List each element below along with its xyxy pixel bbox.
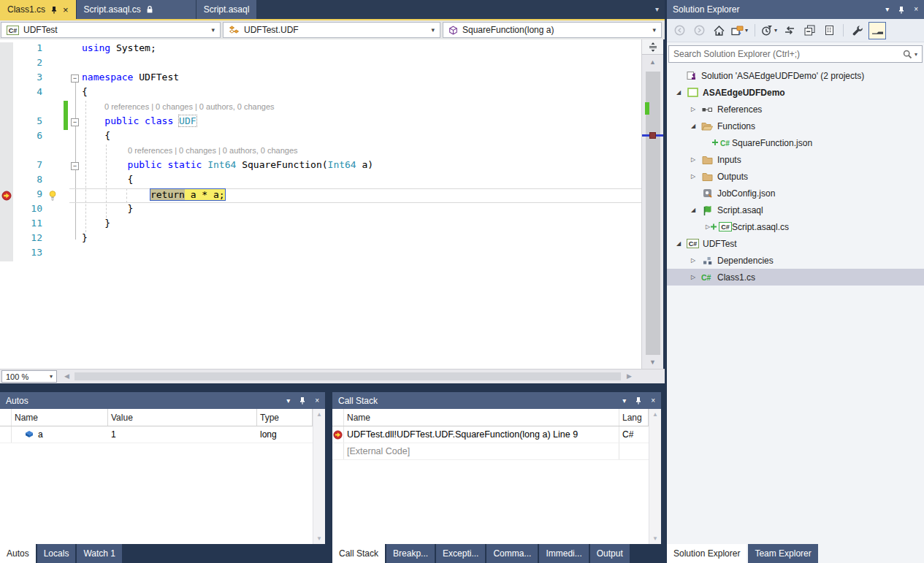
breakpoint-margin[interactable] bbox=[0, 174, 13, 188]
code-text[interactable]: using System; bbox=[82, 42, 641, 57]
forward-button[interactable] bbox=[690, 22, 708, 39]
collapse-all-button[interactable] bbox=[801, 22, 818, 39]
code-text[interactable]: public static Int64 SquareFunction(Int64… bbox=[82, 159, 641, 174]
autos-scrollbar[interactable]: ▲▼ bbox=[313, 409, 325, 544]
collapse-box[interactable]: − bbox=[71, 162, 79, 170]
breakpoint-margin[interactable] bbox=[0, 42, 13, 57]
breakpoint-margin[interactable] bbox=[0, 203, 13, 218]
tree-item-class1-cs[interactable]: ▷C#Class1.cs bbox=[667, 269, 924, 286]
breakpoint-margin[interactable] bbox=[0, 145, 13, 159]
chevron-down-icon[interactable]: ▾ bbox=[915, 51, 917, 58]
call-stack-frame[interactable]: [External Code] bbox=[332, 443, 661, 460]
breakpoint-margin[interactable] bbox=[0, 101, 13, 115]
editor-splitter-handle[interactable] bbox=[642, 39, 663, 55]
code-text[interactable]: 0 references | 0 changes | 0 authors, 0 … bbox=[82, 101, 641, 115]
expanded-arrow-icon[interactable]: ◢ bbox=[673, 240, 684, 247]
tree-item-inputs[interactable]: ▷Inputs bbox=[667, 151, 924, 168]
breakpoint-margin[interactable] bbox=[0, 57, 13, 72]
fold-margin[interactable]: − bbox=[69, 115, 82, 130]
pin-icon[interactable] bbox=[50, 6, 58, 14]
breakpoint-margin[interactable] bbox=[0, 86, 13, 101]
column-header-type[interactable]: Type bbox=[257, 409, 313, 426]
tree-item-functions[interactable]: ◢Functions bbox=[667, 118, 924, 134]
tool-tab-team-explorer[interactable]: Team Explorer bbox=[748, 544, 817, 563]
chevron-down-icon[interactable]: ▾ bbox=[745, 27, 748, 34]
code-text[interactable]: { bbox=[82, 86, 641, 101]
tree-item-script-asaql-cs[interactable]: ▷C#Script.asaql.cs bbox=[667, 218, 924, 235]
pin-icon[interactable] bbox=[635, 397, 642, 405]
properties-button[interactable] bbox=[849, 22, 866, 39]
tool-tab-output[interactable]: Output bbox=[590, 544, 630, 563]
tool-tab-breakp[interactable]: Breakp... bbox=[386, 544, 435, 563]
pin-icon[interactable] bbox=[898, 6, 905, 14]
home-button[interactable] bbox=[710, 22, 728, 39]
editor-vertical-scrollbar[interactable]: ▲ ▼ bbox=[641, 39, 663, 369]
code-text[interactable]: { bbox=[82, 174, 641, 188]
tree-item-references[interactable]: ▷References bbox=[667, 101, 924, 118]
breakpoint-margin[interactable] bbox=[0, 115, 13, 130]
code-editor[interactable]: 1using System;23−namespace UDFTest4{0 re… bbox=[0, 39, 641, 369]
column-header-lang[interactable]: Lang bbox=[619, 409, 649, 426]
code-text[interactable]: 0 references | 0 changes | 0 authors, 0 … bbox=[82, 145, 641, 159]
chevron-down-icon[interactable]: ▾ bbox=[622, 397, 626, 405]
tree-item-outputs[interactable]: ▷Outputs bbox=[667, 168, 924, 185]
solution-explorer-search[interactable]: ▾ bbox=[668, 45, 923, 63]
collapsed-arrow-icon[interactable]: ▷ bbox=[687, 173, 699, 180]
column-header-value[interactable]: Value bbox=[108, 409, 257, 426]
autos-row[interactable]: a1long bbox=[0, 426, 325, 443]
pending-changes-filter-button[interactable]: ▾ bbox=[760, 22, 779, 39]
close-icon[interactable]: × bbox=[315, 397, 319, 405]
call-stack-frame[interactable]: UDFTest.dll!UDFTest.UDF.SquareFunction(l… bbox=[332, 426, 661, 443]
member-dropdown[interactable]: SquareFunction(long a)▾ bbox=[443, 22, 662, 38]
fold-margin[interactable]: − bbox=[69, 159, 82, 174]
tree-item-solution-asaedgeudfdemo-2-projects[interactable]: Solution 'ASAEdgeUDFDemo' (2 projects) bbox=[667, 67, 924, 84]
chevron-down-icon[interactable]: ▾ bbox=[286, 397, 290, 405]
collapsed-arrow-icon[interactable]: ▷ bbox=[687, 156, 699, 163]
tree-item-dependencies[interactable]: ▷Dependencies bbox=[667, 252, 924, 269]
lightbulb-icon[interactable] bbox=[48, 191, 57, 202]
breakpoint-margin[interactable] bbox=[0, 72, 13, 86]
expanded-arrow-icon[interactable]: ◢ bbox=[673, 89, 684, 96]
chevron-down-icon[interactable]: ▾ bbox=[774, 27, 777, 34]
tool-tab-solution-explorer[interactable]: Solution Explorer bbox=[667, 544, 747, 563]
code-text[interactable] bbox=[82, 57, 641, 72]
close-icon[interactable]: × bbox=[63, 5, 69, 15]
tree-item-asaedgeudfdemo[interactable]: ◢ASAEdgeUDFDemo bbox=[667, 84, 924, 101]
doc-tab-class1-cs[interactable]: Class1.cs× bbox=[0, 0, 76, 19]
chevron-down-icon[interactable]: ▾ bbox=[885, 6, 889, 13]
expanded-arrow-icon[interactable]: ◢ bbox=[687, 123, 699, 129]
type-dropdown[interactable]: UDFTest.UDF▾ bbox=[223, 22, 440, 38]
tool-tab-immedi[interactable]: Immedi... bbox=[539, 544, 588, 563]
tree-item-udftest[interactable]: ◢C#UDFTest bbox=[667, 235, 924, 252]
scroll-down-icon[interactable]: ▼ bbox=[642, 359, 663, 366]
code-text[interactable] bbox=[82, 247, 641, 261]
tree-item-jobconfig-json[interactable]: JobConfig.json bbox=[667, 185, 924, 202]
scroll-right-icon[interactable]: ▶ bbox=[627, 372, 632, 380]
scroll-left-icon[interactable]: ◀ bbox=[64, 372, 69, 380]
call-stack-scrollbar[interactable]: ▲▼ bbox=[649, 409, 661, 544]
code-text[interactable]: { bbox=[82, 130, 641, 145]
collapsed-arrow-icon[interactable]: ▷ bbox=[687, 274, 699, 280]
switch-views-button[interactable]: ▾ bbox=[730, 22, 749, 39]
back-button[interactable] bbox=[671, 22, 688, 39]
collapse-box[interactable]: − bbox=[71, 74, 79, 83]
horizontal-scrollbar-thumb[interactable] bbox=[75, 372, 621, 380]
breakpoint-margin[interactable] bbox=[0, 159, 13, 174]
code-text[interactable]: } bbox=[82, 203, 641, 218]
tab-overflow-chevron-icon[interactable]: ▾ bbox=[655, 5, 659, 13]
preview-selected-items-button[interactable] bbox=[868, 22, 886, 39]
tool-tab-call-stack[interactable]: Call Stack bbox=[332, 544, 385, 563]
editor-zoom-select[interactable]: 100 % ▾ bbox=[1, 370, 57, 383]
close-icon[interactable]: × bbox=[651, 397, 655, 405]
tool-tab-autos[interactable]: Autos bbox=[0, 544, 36, 563]
breakpoint-margin[interactable] bbox=[0, 232, 13, 247]
code-text[interactable]: } bbox=[82, 232, 641, 247]
project-dropdown[interactable]: C#UDFTest▾ bbox=[1, 22, 221, 38]
codelens-text[interactable]: 0 references | 0 changes | 0 authors, 0 … bbox=[82, 146, 298, 155]
search-icon[interactable] bbox=[903, 50, 912, 59]
collapsed-arrow-icon[interactable]: ▷ bbox=[687, 257, 699, 264]
close-icon[interactable]: × bbox=[914, 6, 918, 13]
search-input[interactable] bbox=[669, 49, 903, 59]
scroll-up-icon[interactable]: ▲ bbox=[642, 58, 663, 66]
tree-item-squarefunction-json[interactable]: C#SquareFunction.json bbox=[667, 134, 924, 151]
